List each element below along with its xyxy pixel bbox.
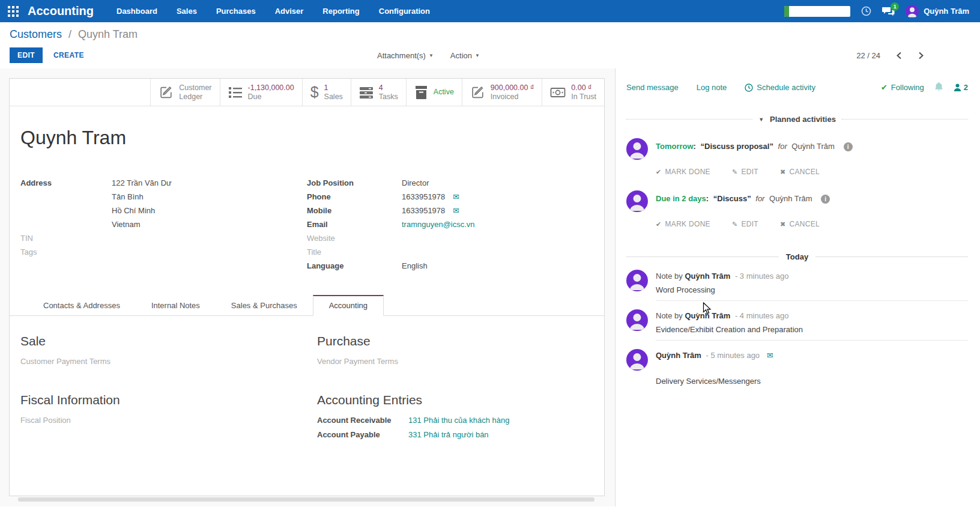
menu-sales[interactable]: Sales [177, 7, 197, 16]
apps-grid-icon[interactable] [7, 5, 19, 17]
phone-value-row: 1633951978 ✉ [402, 192, 593, 202]
field-grid: Address 122 Trần Văn Dư Tân Bình Hồ Chí … [20, 178, 593, 271]
job-position-value: Director [402, 178, 593, 188]
notification-bell-icon[interactable] [934, 82, 943, 93]
mail-envelope-icon[interactable]: ✉ [767, 351, 773, 360]
menu-adviser[interactable]: Adviser [275, 7, 304, 16]
log-note-button[interactable]: Log note [697, 83, 727, 92]
tab-sales-purchases[interactable]: Sales & Purchases [216, 295, 313, 315]
tasks-icon [359, 86, 374, 99]
messages-icon[interactable]: 1 [882, 6, 895, 17]
clock-icon[interactable] [861, 6, 871, 16]
timer-widget[interactable] [784, 6, 850, 17]
sms-envelope-icon[interactable]: ✉ [453, 206, 459, 215]
top-navbar: Accounting Dashboard Sales Purchases Adv… [0, 0, 980, 22]
tin-label: TIN [20, 233, 112, 243]
info-icon[interactable]: i [844, 142, 853, 151]
accounting-tab-content: Sale Customer Payment Terms Purchase Ven… [10, 316, 604, 440]
notebook-tabs: Contacts & Addresses Internal Notes Sale… [10, 295, 604, 316]
due-stat-button[interactable]: -1,130,000.00 Due [220, 79, 302, 106]
control-panel-buttons: EDIT CREATE Attachment(s) ▼ Action ▼ 22 … [10, 47, 970, 64]
email-label: Email [307, 219, 402, 229]
activity-item: Tomorrow: “Discuss proposal” for Quỳnh T… [626, 138, 968, 176]
user-name: Quỳnh Trâm [924, 7, 969, 16]
in-trust-stat-button[interactable]: 0.00 ₫ In Trust [542, 79, 604, 106]
accounting-entries-section: Accounting Entries Account Receivable 13… [317, 393, 593, 440]
fiscal-information-section: Fiscal Information Fiscal Position [20, 393, 297, 440]
menu-configuration[interactable]: Configuration [379, 7, 430, 16]
invoiced-stat-button[interactable]: 900,000.00 ₫ Invoiced [462, 79, 542, 106]
money-bill-icon [550, 86, 566, 99]
activity-item: Due in 2 days: “Discuss” for Quỳnh Trâm … [626, 190, 968, 228]
planned-activities-separator: ▼ Planned activities [626, 115, 968, 124]
app-title[interactable]: Accounting [28, 4, 94, 18]
chatter-toolbar: Send message Log note Schedule activity … [626, 82, 968, 93]
menu-dashboard[interactable]: Dashboard [116, 7, 157, 16]
breadcrumb-current: Quynh Tram [78, 28, 138, 40]
account-payable-label: Account Payable [317, 430, 408, 440]
mark-done-button[interactable]: ✔MARK DONE [656, 168, 710, 176]
followers-button[interactable]: 2 [954, 83, 968, 92]
address-street: 122 Trần Văn Dư [112, 178, 289, 188]
phone-label: Phone [307, 192, 402, 202]
tasks-stat-button[interactable]: 4 Tasks [351, 79, 406, 106]
messages-badge: 1 [891, 2, 899, 11]
pencil-icon: ✎ [732, 168, 738, 176]
breadcrumb-customers-link[interactable]: Customers [10, 28, 62, 40]
following-button[interactable]: ✔ Following [881, 83, 924, 92]
send-message-button[interactable]: Send message [626, 83, 679, 92]
user-menu[interactable]: Quỳnh Trâm [906, 5, 969, 18]
sales-stat-button[interactable]: $ 1 Sales [302, 79, 351, 106]
edit-square-icon [470, 85, 485, 100]
message-author: Quỳnh Trâm [656, 351, 701, 360]
main-menu: Dashboard Sales Purchases Adviser Report… [116, 7, 430, 16]
website-label: Website [307, 233, 402, 243]
avatar [626, 309, 648, 331]
check-icon: ✔ [656, 168, 662, 176]
edit-square-icon [159, 85, 174, 100]
info-icon[interactable]: i [821, 195, 830, 204]
pager: 22 / 24 [856, 51, 924, 60]
account-payable-link[interactable]: 331 Phải trả người bán [408, 430, 593, 440]
tab-accounting[interactable]: Accounting [313, 295, 384, 316]
clock-icon [745, 83, 753, 92]
customer-ledger-stat-button[interactable]: Customer Ledger [150, 79, 219, 106]
create-button[interactable]: CREATE [53, 51, 84, 59]
address-state: Hồ Chí Minh [112, 205, 289, 216]
edit-activity-button[interactable]: ✎EDIT [732, 168, 758, 176]
mobile-value-row: 1633951978 ✉ [402, 205, 593, 216]
cancel-activity-button[interactable]: ✖CANCEL [780, 220, 820, 228]
account-receivable-link[interactable]: 131 Phải thu của khách hàng [408, 415, 593, 425]
pager-value[interactable]: 22 / 24 [856, 51, 880, 60]
customer-payment-terms-label: Customer Payment Terms [20, 356, 112, 366]
purchase-heading: Purchase [317, 334, 593, 348]
pager-next-button[interactable] [918, 52, 924, 59]
cancel-activity-button[interactable]: ✖CANCEL [780, 168, 820, 176]
dollar-icon: $ [310, 85, 319, 100]
menu-reporting[interactable]: Reporting [322, 7, 359, 16]
sms-envelope-icon[interactable]: ✉ [453, 192, 459, 201]
schedule-activity-button[interactable]: Schedule activity [745, 83, 815, 92]
action-dropdown[interactable]: Action ▼ [450, 51, 480, 60]
account-receivable-label: Account Receivable [317, 415, 408, 425]
message-author: Quỳnh Trâm [685, 272, 730, 281]
tab-internal-notes[interactable]: Internal Notes [136, 295, 216, 315]
horizontal-scrollbar[interactable] [18, 497, 594, 502]
mark-done-button[interactable]: ✔MARK DONE [656, 220, 710, 228]
user-avatar [906, 5, 919, 18]
sale-section: Sale Customer Payment Terms [20, 334, 297, 366]
edit-activity-button[interactable]: ✎EDIT [732, 220, 758, 228]
chatter-panel: Send message Log note Schedule activity … [615, 68, 980, 506]
attachments-dropdown[interactable]: Attachment(s) ▼ [377, 51, 434, 60]
edit-button[interactable]: EDIT [10, 47, 43, 63]
message-body: Evidence/Exhibit Creation and Preparatio… [656, 324, 968, 335]
active-archive-stat-button[interactable]: Active [406, 79, 462, 106]
menu-purchases[interactable]: Purchases [216, 7, 256, 16]
avatar [626, 138, 648, 160]
pager-previous-button[interactable] [897, 52, 902, 59]
email-link[interactable]: tramnguyen@icsc.vn [402, 220, 475, 229]
tab-contacts-addresses[interactable]: Contacts & Addresses [28, 295, 136, 315]
form-pane: Customer Ledger -1,130,000.00 Due [0, 68, 615, 506]
pencil-icon: ✎ [732, 220, 738, 228]
collapse-caret-icon[interactable]: ▼ [758, 117, 764, 123]
